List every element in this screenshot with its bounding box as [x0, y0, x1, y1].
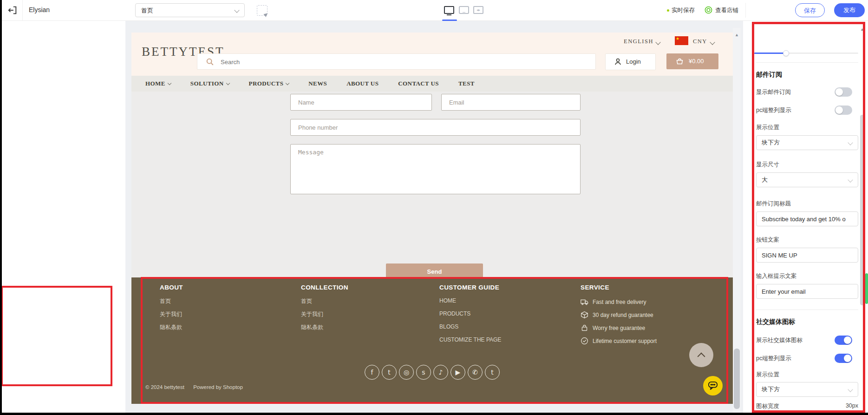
editor-topbar: Elysian 首页 ◂▸ 实时保存 查看店铺 保存 发布: [0, 0, 868, 21]
social-section-title: 社交媒体图标: [756, 318, 858, 326]
preview-scrollbar-thumb[interactable]: [734, 349, 740, 409]
input-hint-input[interactable]: [756, 284, 858, 299]
icon-width-slider-handle[interactable]: [764, 408, 770, 415]
nav-item-solution[interactable]: SOLUTION: [190, 80, 229, 87]
nav-item-test[interactable]: TEST: [458, 80, 475, 87]
phone-field[interactable]: [290, 119, 581, 136]
desktop-preview-icon[interactable]: [444, 6, 454, 14]
exit-editor-icon[interactable]: [7, 5, 18, 17]
scroll-up-icon[interactable]: ▲: [860, 27, 864, 32]
package-icon: [581, 311, 588, 319]
footer-column-customer-guide: CUSTOMER GUIDE HOME PRODUCTS BLOGS CUSTO…: [439, 284, 501, 349]
top-slider-fill: [754, 53, 786, 54]
tumblr-icon[interactable]: t: [485, 365, 500, 380]
cart-button[interactable]: ¥0.00: [666, 53, 718, 69]
site-navbar: HOME SOLUTION PRODUCTS NEWS ABOUT US CON…: [131, 76, 733, 92]
footer-link[interactable]: 隐私条款: [301, 323, 348, 332]
footer-link[interactable]: 首页: [301, 297, 348, 306]
mail-pc-align-toggle[interactable]: [835, 105, 852, 115]
youtube-icon[interactable]: ▶: [450, 365, 465, 380]
footer-link[interactable]: 关于我们: [160, 310, 183, 319]
chevron-down-icon: [286, 81, 289, 85]
top-slider-handle[interactable]: [783, 50, 789, 56]
nav-item-contact-us[interactable]: CONTACT US: [398, 80, 439, 87]
footer-copyright: © 2024 bettytest Powered by Shoptop: [145, 384, 250, 390]
mail-position-label: 展示位置: [756, 124, 858, 132]
search-input[interactable]: [220, 54, 584, 70]
snapchat-icon[interactable]: s: [416, 365, 431, 380]
footer-link[interactable]: BLOGS: [439, 323, 501, 332]
element-picker-icon[interactable]: [257, 5, 268, 16]
scroll-up-icon[interactable]: ▲: [735, 33, 739, 37]
nav-item-about-us[interactable]: ABOUT US: [346, 80, 379, 87]
chat-widget-button[interactable]: [703, 376, 723, 395]
footer-link[interactable]: HOME: [439, 297, 501, 306]
button-text-input[interactable]: [756, 248, 858, 263]
site-footer: ABOUT 首页 关于我们 隐私条款 CONLLECTION 首页 关于我们 隐…: [131, 277, 733, 404]
footer-column-about: ABOUT 首页 关于我们 隐私条款: [160, 284, 183, 336]
chevron-down-icon: [710, 40, 715, 45]
footer-column-service: SERVICE Fast and free delivery 30 day re…: [581, 284, 657, 349]
footer-link[interactable]: CUSTOMIZE THE PAGE: [439, 336, 501, 345]
chevron-down-icon: [168, 81, 171, 85]
cart-basket-icon: [676, 57, 684, 65]
message-field[interactable]: [290, 144, 581, 194]
cart-total: ¥0.00: [689, 58, 704, 65]
nav-item-news[interactable]: NEWS: [308, 80, 327, 87]
preview-scrollbar-track[interactable]: ▲: [733, 28, 741, 413]
panel-divider: [756, 62, 858, 63]
input-hint-label: 输入框提示文案: [756, 272, 858, 280]
social-pc-align-toggle[interactable]: [835, 354, 852, 363]
powered-by-text: Powered by Shoptop: [193, 384, 243, 390]
autosave-status-dot: [667, 9, 669, 12]
twitter-icon[interactable]: t: [382, 365, 397, 380]
window-scrollbar-thumb[interactable]: [865, 273, 868, 304]
button-text-label: 按钮文案: [756, 236, 858, 244]
footer-column-title: CUSTOMER GUIDE: [439, 284, 501, 291]
social-position-label: 展示位置: [756, 371, 858, 379]
save-button[interactable]: 保存: [795, 3, 825, 17]
facebook-icon[interactable]: f: [365, 365, 379, 380]
back-to-top-button[interactable]: [689, 343, 713, 367]
language-selector[interactable]: ENGLISH: [624, 38, 653, 45]
service-item: 30 day refund guarantee: [581, 310, 657, 319]
tiktok-icon[interactable]: ♪: [433, 365, 448, 380]
nav-item-home[interactable]: HOME: [145, 80, 171, 87]
panel-scrollbar-thumb[interactable]: [860, 115, 864, 305]
mail-title-input[interactable]: [756, 211, 858, 226]
view-store-link[interactable]: 查看店铺: [715, 7, 738, 14]
copyright-text: © 2024 bettytest: [145, 384, 184, 390]
login-button[interactable]: Login: [605, 53, 656, 70]
china-flag-icon: ★: [675, 36, 688, 45]
active-device-underline: [442, 20, 457, 21]
chevron-down-icon: [234, 7, 239, 13]
service-item: Lifetime customer support: [581, 336, 657, 345]
page-selector-dropdown[interactable]: 首页: [135, 3, 245, 17]
footer-link[interactable]: 关于我们: [301, 310, 348, 319]
chevron-down-icon: [848, 140, 853, 145]
social-position-select[interactable]: 块下方: [756, 382, 858, 397]
publish-button[interactable]: 发布: [834, 3, 865, 17]
footer-link[interactable]: PRODUCTS: [439, 310, 501, 319]
footer-link[interactable]: 首页: [160, 297, 183, 306]
mobile-preview-icon[interactable]: [459, 6, 469, 14]
instagram-icon[interactable]: ◎: [399, 365, 414, 380]
show-mail-subscribe-toggle[interactable]: [835, 87, 852, 97]
topbar-divider: [22, 0, 23, 20]
footer-link[interactable]: 隐私条款: [160, 323, 183, 332]
site-header: BETTYTEST ENGLISH ★ CNY Login ¥0.00: [131, 33, 733, 76]
search-box[interactable]: [197, 53, 596, 70]
mail-position-select[interactable]: 块下方: [756, 135, 858, 150]
currency-selector[interactable]: CNY: [693, 38, 707, 45]
email-field[interactable]: [441, 94, 581, 111]
name-field[interactable]: [290, 94, 432, 111]
footer-column-title: SERVICE: [581, 284, 657, 291]
truck-icon: [581, 298, 588, 306]
display-size-select[interactable]: 大: [756, 172, 858, 187]
nav-item-products[interactable]: PRODUCTS: [249, 80, 289, 87]
show-social-icons-toggle[interactable]: [835, 336, 852, 345]
responsive-preview-icon[interactable]: ◂▸: [473, 6, 483, 14]
lock-icon: [581, 324, 588, 332]
autosave-label: 实时保存: [672, 7, 695, 14]
whatsapp-icon[interactable]: ✆: [468, 365, 483, 380]
